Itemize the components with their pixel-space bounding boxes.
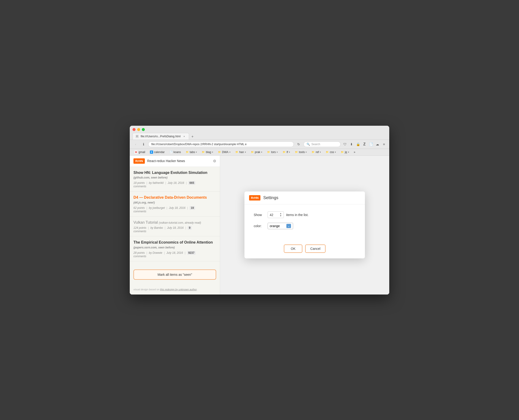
search-bar[interactable]: 🔍 Search <box>304 142 341 147</box>
shield-icon[interactable]: 🔒 <box>355 142 360 147</box>
news-comments[interactable]: 9237 <box>187 251 196 255</box>
dialog-logo: RrHN <box>249 195 260 201</box>
download-icon[interactable]: ⬇ <box>349 142 354 147</box>
footer-link[interactable]: this redesign by unknown author <box>160 288 197 291</box>
news-item: The Empirical Economics of Online Attent… <box>130 236 220 261</box>
maximize-button[interactable] <box>142 128 145 131</box>
items-spinner[interactable]: 42 ▲ ▼ <box>268 211 284 218</box>
tab-label: file:///Users/ro...PrefsDialog.html <box>141 135 181 138</box>
bookmark-han[interactable]: 📁 han ▾ <box>233 150 248 154</box>
items-value: 42 <box>270 213 273 217</box>
news-item: Show HN: Language Evolution Simulation (… <box>130 167 220 192</box>
address-bar[interactable]: file:///Users/robert/Dropbox/DWA-repos 2… <box>148 142 294 147</box>
spinner-up-icon[interactable]: ▲ <box>280 213 282 215</box>
search-icon: 🔍 <box>306 143 310 146</box>
footer-text: visual design based on <box>133 288 160 291</box>
news-title[interactable]: Vulkan Tutorial (vulkan-tutorial.com, al… <box>133 220 216 225</box>
refresh-button[interactable]: ↻ <box>296 141 302 147</box>
search-placeholder: Search <box>311 143 320 146</box>
koans-icon: 📄 <box>169 150 173 154</box>
bookmark-calendar-label: calendar <box>154 150 165 154</box>
dialog-body: Show 42 ▲ ▼ items in the list. <box>244 204 365 241</box>
dialog-header: RrHN Settings <box>244 191 365 204</box>
items-suffix: items in the list. <box>286 213 308 217</box>
mark-seen-button[interactable]: Mark all items as "seen" <box>133 270 216 280</box>
bookmark-dwa-label: DWA <box>222 150 229 154</box>
refresh-icon: ↻ <box>297 142 300 146</box>
bookmark-tabs[interactable]: 📁 tabs ▾ <box>184 150 199 154</box>
title-bar: 🗋 file:///Users/ro...PrefsDialog.html × … <box>130 126 389 140</box>
news-item: Vulkan Tutorial (vulkan-tutorial.com, al… <box>130 217 220 237</box>
bookmark-tools[interactable]: 📁 tools ▾ <box>293 150 309 154</box>
back-button[interactable]: ‹ <box>132 141 138 147</box>
info-button[interactable]: ℹ <box>140 141 146 147</box>
bookmark-tors-label: tors <box>271 150 276 154</box>
tab-close-button[interactable]: × <box>182 135 186 138</box>
news-title[interactable]: D4 — Declarative Data-Driven Documents (… <box>133 195 216 205</box>
chevron-dwa-icon: ▾ <box>229 151 230 153</box>
bookmark-gmail-label: gmail <box>138 150 145 154</box>
color-label: color: <box>254 224 265 228</box>
news-comments[interactable]: 9 <box>188 226 192 230</box>
menu-icon[interactable]: ≡ <box>381 142 387 147</box>
page-content: RrHN React-redux Hacker News ⚙ Show HN: … <box>130 156 389 294</box>
nav-icons: 🛡 ⬇ 🔒 Z 📄 ☁ ≡ <box>343 142 387 147</box>
info-icon: ℹ <box>143 142 144 146</box>
chevron-prak-icon: ▾ <box>261 151 262 153</box>
cloud-icon[interactable]: ☁ <box>375 142 380 147</box>
zotero-icon[interactable]: Z <box>362 142 367 147</box>
chevron-tors-icon: ▾ <box>277 151 278 153</box>
bookmark-more[interactable]: » <box>352 150 357 154</box>
new-tab-button[interactable]: + <box>190 134 195 140</box>
footer: visual design based on this redesign by … <box>130 284 220 294</box>
ok-button[interactable]: OK <box>284 245 302 253</box>
bookmark-ref[interactable]: 📁 ref ▾ <box>310 150 323 154</box>
news-title[interactable]: Show HN: Language Evolution Simulation (… <box>133 170 216 180</box>
dialog-footer: OK Cancel <box>244 241 365 258</box>
bookmark-tors[interactable]: 📁 tors ▾ <box>265 150 280 154</box>
chevron-han-icon: ▾ <box>245 151 246 153</box>
bookmark-koans-label: koans <box>174 150 181 154</box>
bookmark-prak[interactable]: 📁 prak ▾ <box>249 150 264 154</box>
app-title: React-redux Hacker News <box>147 159 185 163</box>
active-tab[interactable]: 🗋 file:///Users/ro...PrefsDialog.html × <box>132 133 189 140</box>
app-header: RrHN React-redux Hacker News ⚙ <box>130 156 220 167</box>
color-row: color: orange ⌄ <box>254 223 356 229</box>
news-source: (github.com, seen before) <box>133 176 168 179</box>
folder-lf-icon: 📁 <box>282 150 286 154</box>
items-row: Show 42 ▲ ▼ items in the list. <box>254 211 356 218</box>
gear-button[interactable]: ⚙ <box>213 159 216 163</box>
folder-tors-icon: 📁 <box>267 150 270 154</box>
folder-tabs-icon: 📁 <box>186 150 189 154</box>
bookmark-koans[interactable]: 📄 koans <box>168 150 183 154</box>
bookmark-dwa[interactable]: 📁 DWA ▾ <box>216 150 232 154</box>
bookmark-lf-label: lf <box>287 150 288 154</box>
bookmark-gmail[interactable]: M gmail <box>132 150 147 154</box>
spinner-arrows[interactable]: ▲ ▼ <box>280 213 282 217</box>
news-comments[interactable]: 665 <box>188 181 195 185</box>
news-meta: 62 points | by joelburget | July 18, 201… <box>133 206 216 213</box>
app-logo: RrHN <box>133 158 145 164</box>
cancel-button[interactable]: Cancel <box>305 245 326 253</box>
spinner-down-icon[interactable]: ▼ <box>280 215 282 217</box>
news-sidebar: RrHN React-redux Hacker News ⚙ Show HN: … <box>130 156 220 294</box>
news-title[interactable]: The Empirical Economics of Online Attent… <box>133 240 216 250</box>
bookmark-blag[interactable]: 📁 blag ▾ <box>200 150 215 154</box>
pocket-icon[interactable]: 🛡 <box>343 142 348 147</box>
bookmark-lf[interactable]: 📁 lf ▾ <box>281 150 292 154</box>
bookmark-jq-label: jq <box>345 150 347 154</box>
folder-dwa-icon: 📁 <box>218 150 221 154</box>
color-value: orange <box>270 224 280 228</box>
settings-dialog: RrHN Settings Show 42 ▲ ▼ <box>244 191 365 258</box>
bookmark-jq[interactable]: 📁 jq ▾ <box>339 150 351 154</box>
chevron-jq-icon: ▾ <box>348 151 349 153</box>
bookmark-css[interactable]: 📁 css ▾ <box>324 150 338 154</box>
bookmark-calendar[interactable]: 8 calendar <box>148 150 167 154</box>
chevron-ref-icon: ▾ <box>320 151 321 153</box>
minimize-button[interactable] <box>137 128 140 131</box>
color-select[interactable]: orange ⌄ <box>268 223 293 229</box>
browser-window: 🗋 file:///Users/ro...PrefsDialog.html × … <box>130 126 389 294</box>
close-button[interactable] <box>132 128 136 131</box>
news-comments[interactable]: 19 <box>190 206 195 210</box>
reader-icon[interactable]: 📄 <box>368 142 374 147</box>
